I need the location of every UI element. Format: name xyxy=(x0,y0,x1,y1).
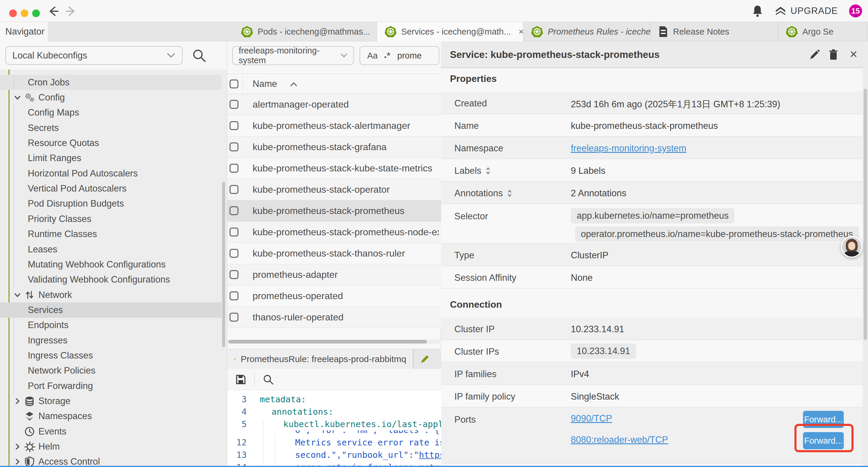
regex-icon[interactable]: ▪* xyxy=(384,50,391,61)
tab-close-icon[interactable]: × xyxy=(519,27,524,37)
sidebar-item-events[interactable]: Events xyxy=(0,424,222,439)
row-checkbox[interactable] xyxy=(229,249,239,258)
sort-updown-icon[interactable] xyxy=(506,189,513,198)
row-checkbox[interactable] xyxy=(229,121,239,130)
row-checkbox[interactable] xyxy=(229,313,239,322)
sidebar-item-validating-webhook-configurations[interactable]: Validating Webhook Configurations xyxy=(0,272,222,287)
service-row-alertmanager-operated[interactable]: alertmanager-operated xyxy=(227,94,441,115)
chevron-right-icon[interactable] xyxy=(13,457,22,466)
match-case-icon[interactable]: Aa xyxy=(367,51,378,61)
notifications-bell-icon[interactable] xyxy=(752,4,764,18)
sidebar-item-config[interactable]: Config xyxy=(0,90,222,105)
sidebar-item-port-forwarding[interactable]: Port Forwarding xyxy=(0,378,222,393)
app-tab-0[interactable]: Pods - icecheng@mathmas... xyxy=(234,22,377,41)
service-row-thanos-ruler-operated[interactable]: thanos-ruler-operated xyxy=(227,307,441,328)
sidebar-item-helm[interactable]: Helm xyxy=(0,439,222,454)
sidebar-item-mutating-webhook-configurations[interactable]: Mutating Webhook Configurations xyxy=(0,257,222,272)
window-close-button[interactable] xyxy=(9,9,17,17)
back-arrow-icon[interactable] xyxy=(47,5,59,17)
row-checkbox[interactable] xyxy=(229,206,239,215)
sidebar-item-ingress-classes[interactable]: Ingress Classes xyxy=(0,348,222,363)
row-checkbox[interactable] xyxy=(229,100,239,109)
sidebar-item-config-maps[interactable]: Config Maps xyxy=(0,105,222,120)
sidebar-item-runtime-classes[interactable]: Runtime Classes xyxy=(0,227,222,242)
sidebar-item-cron-jobs[interactable]: Cron Jobs xyxy=(0,75,222,90)
port-link[interactable]: 8080:reloader-web/TCP xyxy=(571,435,668,445)
service-row-prometheus-adapter[interactable]: prometheus-adapter xyxy=(227,264,441,286)
name-filter-input[interactable]: Aa ▪* prome xyxy=(360,46,439,65)
detail-value-link[interactable]: freeleaps-monitoring-system xyxy=(571,143,686,154)
window-maximize-button[interactable] xyxy=(32,9,40,17)
service-row-kube-prometheus-stack-operator[interactable]: kube-prometheus-stack-operator xyxy=(227,179,441,200)
chevron-down-icon[interactable] xyxy=(13,291,22,299)
service-row-prometheus-operated[interactable]: prometheus-operated xyxy=(227,286,441,307)
editor-search-icon[interactable] xyxy=(262,374,274,385)
chevron-right-icon[interactable] xyxy=(13,442,22,451)
sidebar-item-network-policies[interactable]: Network Policies xyxy=(0,363,222,378)
save-icon[interactable] xyxy=(235,374,247,385)
service-row-kube-prometheus-stack-grafana[interactable]: kube-prometheus-stack-grafana xyxy=(227,137,441,158)
sidebar-item-leases[interactable]: Leases xyxy=(0,242,222,257)
chevron-right-icon[interactable] xyxy=(13,397,22,406)
sidebar-item-access-control[interactable]: Access Control xyxy=(0,454,222,466)
sidebar-item-limit-ranges[interactable]: Limit Ranges xyxy=(0,151,222,166)
sidebar-item-horizontal-pod-autoscalers[interactable]: Horizontal Pod Autoscalers xyxy=(0,166,222,181)
row-checkbox[interactable] xyxy=(229,164,239,173)
select-all-checkbox[interactable] xyxy=(229,80,239,88)
chevron-down-icon[interactable] xyxy=(13,93,22,102)
kubeconfig-selector[interactable]: Local Kubeconfigs xyxy=(5,46,183,65)
namespace-selector[interactable]: freeleaps-monitoring-system xyxy=(232,46,354,65)
sidebar-item-namespaces[interactable]: Namespaces xyxy=(0,409,222,424)
sidebar-item-secrets[interactable]: Secrets xyxy=(0,120,222,135)
detail-label: Session Affinity xyxy=(454,272,517,283)
port-link[interactable]: 9090/TCP xyxy=(571,413,612,424)
app-tab-1[interactable]: Services - icecheng@math...× xyxy=(377,22,524,41)
editor-tab-prometheusrule[interactable]: PrometheusRule: freeleaps-prod-rabbitmq xyxy=(227,349,413,369)
sidebar-item-ingresses[interactable]: Ingresses xyxy=(0,333,222,348)
yaml-editor[interactable]: 3metadata:4annotations:5kubectl.kubernet… xyxy=(227,390,441,466)
details-scrollbar[interactable] xyxy=(863,41,868,466)
upgrade-button[interactable]: UPGRADE xyxy=(775,5,838,17)
app-tab-3[interactable]: Release Notes xyxy=(651,22,778,41)
services-horizontal-scrollbar[interactable] xyxy=(227,339,441,344)
service-row-kube-prometheus-stack-kube-state-metrics[interactable]: kube-prometheus-stack-kube-state-metrics xyxy=(227,158,441,179)
sidebar-item-priority-classes[interactable]: Priority Classes xyxy=(0,211,222,226)
row-checkbox[interactable] xyxy=(229,185,239,194)
row-checkbox[interactable] xyxy=(229,228,239,236)
sidebar-item-vertical-pod-autoscalers[interactable]: Vertical Pod Autoscalers xyxy=(0,181,222,196)
name-column-header[interactable]: Name xyxy=(253,79,277,89)
edit-pencil-icon[interactable] xyxy=(808,49,821,61)
sidebar-scrollbar[interactable] xyxy=(222,182,225,347)
window-minimize-button[interactable] xyxy=(21,9,28,17)
sort-ascending-icon[interactable] xyxy=(290,82,298,87)
editor-tab-partial[interactable] xyxy=(414,349,441,369)
row-checkbox[interactable] xyxy=(229,270,239,279)
service-row-kube-prometheus-stack-alertmanager[interactable]: kube-prometheus-stack-alertmanager xyxy=(227,115,441,137)
detail-label: Cluster IP xyxy=(454,324,495,334)
notification-count-badge[interactable]: 15 xyxy=(849,4,862,18)
service-row-kube-prometheus-stack-thanos-ruler[interactable]: kube-prometheus-stack-thanos-ruler xyxy=(227,243,441,264)
services-panel: freeleaps-monitoring-system Aa ▪* prome … xyxy=(227,41,441,466)
sidebar-item-pod-disruption-budgets[interactable]: Pod Disruption Budgets xyxy=(0,196,222,211)
sort-updown-icon[interactable] xyxy=(485,167,491,175)
navigator-tab[interactable]: Navigator xyxy=(0,22,48,41)
sidebar-item-endpoints[interactable]: Endpoints xyxy=(0,318,222,333)
sidebar-item-storage[interactable]: Storage xyxy=(0,393,222,408)
service-row-kube-prometheus-stack-prometheus-node-expor[interactable]: kube-prometheus-stack-prometheus-node-ex… xyxy=(227,222,441,243)
sidebar-item-network[interactable]: Network xyxy=(0,287,222,302)
app-tab-4[interactable]: Argo Se xyxy=(778,22,867,41)
avatar[interactable] xyxy=(841,236,863,258)
forward-arrow-icon[interactable] xyxy=(65,5,77,17)
section-heading-connection: Connection xyxy=(450,299,502,310)
sidebar-item-resource-quotas[interactable]: Resource Quotas xyxy=(0,135,222,150)
row-checkbox[interactable] xyxy=(229,291,239,300)
close-icon[interactable]: × xyxy=(850,47,857,61)
row-checkbox[interactable] xyxy=(229,143,239,151)
sidebar-item-services[interactable]: Services xyxy=(0,302,222,317)
app-tab-2[interactable]: Prometheus Rules - icecheng... xyxy=(524,22,651,41)
delete-trash-icon[interactable] xyxy=(827,49,840,61)
navigator-search-icon[interactable] xyxy=(191,48,207,63)
shield-icon xyxy=(24,456,35,466)
filter-query-text: prome xyxy=(397,51,422,61)
service-row-kube-prometheus-stack-prometheus[interactable]: kube-prometheus-stack-prometheus xyxy=(227,200,441,222)
